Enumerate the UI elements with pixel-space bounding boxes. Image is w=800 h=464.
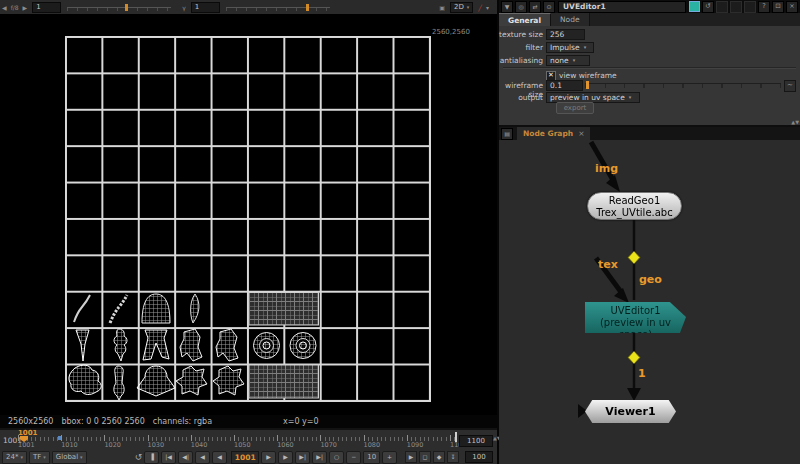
antialiasing-dropdown[interactable]: none ▾	[546, 55, 590, 66]
float-panel-icon[interactable]: ⊡	[772, 1, 784, 13]
uv-island	[69, 365, 319, 400]
texture-size-field[interactable]: 256	[546, 29, 585, 40]
ruler-tick-label: 1040	[191, 441, 208, 449]
panel-menu-icon[interactable]: ▤	[501, 128, 513, 140]
close-icon[interactable]: ×	[786, 1, 798, 13]
node-title[interactable]: UVEditor1	[558, 1, 686, 13]
wireframe-size-field[interactable]: 0.1	[546, 80, 583, 91]
gamma-slider[interactable]	[226, 3, 330, 12]
play-backward-button[interactable]: ◀	[212, 451, 227, 464]
tc-mode-value: TF	[33, 452, 41, 463]
fps-value: 24*	[6, 452, 18, 463]
output-label: output	[499, 93, 543, 102]
playback-mode-icon[interactable]: ▶	[405, 451, 417, 463]
switch-io-icon[interactable]: ⇄	[529, 1, 541, 13]
viewer-pane: ◀ f/8 ▶ 1 γ 1 ▣ 2D ▾ ╱	[0, 0, 499, 464]
fps-dropdown[interactable]: 24* ▾	[2, 451, 27, 464]
range-scope-dropdown[interactable]: Global ▾	[52, 451, 87, 464]
playback-speed-field[interactable]: 100	[465, 451, 493, 463]
next-keyframe-button[interactable]: ▶|	[295, 451, 310, 464]
gain-slider[interactable]	[67, 3, 171, 12]
node-readgeo1-file: Trex_UVtile.abc	[588, 207, 681, 219]
ruler-tick-label: 1030	[148, 441, 165, 449]
chevron-down-icon: ▾	[573, 56, 576, 65]
disabled-button-2	[730, 1, 742, 13]
step-forward-button[interactable]: ▶	[278, 451, 293, 464]
flipbook-icon[interactable]: ↧	[447, 451, 459, 463]
filter-dropdown[interactable]: Impulse ▾	[546, 42, 594, 53]
view-mode-dropdown[interactable]: 2D ▾	[450, 2, 473, 13]
help-icon[interactable]: ?	[758, 1, 770, 13]
properties-tabs: General Node	[499, 13, 800, 26]
edge-label-img: img	[595, 162, 618, 175]
export-button[interactable]: export	[556, 102, 594, 114]
center-node-icon[interactable]: ◎	[515, 1, 527, 13]
goto-end-button[interactable]: ▶|	[312, 451, 327, 464]
frame-increment-field[interactable]: 10	[363, 451, 380, 464]
node-readgeo1[interactable]: ReadGeo1 Trex_UVtile.abc	[587, 192, 682, 220]
node-graph-tab-label: Node Graph	[523, 127, 573, 140]
disabled-button-1	[716, 1, 728, 13]
info-resolution: 2560x2560	[8, 417, 53, 426]
node-uveditor1-name: UVEditor1	[585, 305, 686, 317]
node-color-swatch[interactable]	[689, 1, 700, 12]
tab-general[interactable]: General	[499, 13, 551, 26]
gain-prev-icon[interactable]: ◀	[2, 4, 7, 11]
edge-label-viewer-input: 1	[638, 367, 646, 380]
gamma-slider-thumb[interactable]	[306, 4, 309, 11]
filter-icon[interactable]: ▼	[501, 1, 513, 13]
node-uveditor1[interactable]: UVEditor1 (preview in uv space)	[585, 302, 686, 333]
tc-mode-dropdown[interactable]: TF ▾	[29, 451, 50, 464]
node-graph-panel: ▤ Node Graph ×	[499, 127, 800, 464]
revert-icon[interactable]: ↺	[702, 1, 714, 13]
record-button[interactable]: ○	[329, 451, 344, 464]
node-help-icon[interactable]: ⊙	[543, 1, 555, 13]
node-graph-tabbar: ▤ Node Graph ×	[499, 127, 800, 140]
uv-grid	[65, 36, 431, 402]
panel-scroll-arrows[interactable]: ▲▼	[791, 120, 799, 124]
slider-handle[interactable]	[586, 81, 589, 89]
chevron-down-icon: ▾	[80, 452, 83, 463]
properties-form: texture size 256 filter Impulse ▾ antial…	[499, 26, 800, 125]
tab-node-graph[interactable]: Node Graph ×	[517, 127, 590, 140]
tab-node[interactable]: Node	[551, 13, 590, 26]
range-scope-value: Global	[56, 452, 78, 463]
ruler-tick-label: 1050	[234, 441, 251, 449]
decrement-button[interactable]: −	[346, 451, 361, 464]
wireframe-size-slider[interactable]	[585, 81, 781, 91]
loop-mode-icon[interactable]: ↺	[135, 452, 143, 462]
wipe-icon[interactable]: ╱	[478, 4, 482, 11]
play-forward-button[interactable]: ▶	[261, 451, 276, 464]
properties-titlebar: ▼ ◎ ⇄ ⊙ UVEditor1 ↺ ? ⊡ ×	[499, 0, 800, 13]
close-icon[interactable]: ×	[578, 127, 584, 140]
gain-input[interactable]: 1	[32, 2, 61, 13]
viewer-layout-icon[interactable]: ▣	[439, 4, 445, 11]
node-graph-canvas[interactable]: img tex geo 1 ReadGeo1 Trex_UVtile.abc U…	[499, 140, 800, 464]
gain-slider-thumb[interactable]	[125, 4, 128, 11]
goto-start-button[interactable]: |◀	[161, 451, 176, 464]
animation-curve-icon[interactable]: ~	[784, 80, 796, 92]
viewer-canvas[interactable]: 2560,2560	[0, 14, 497, 415]
fullscreen-icon[interactable]: ◻	[419, 451, 431, 463]
increment-button[interactable]: +	[382, 451, 397, 464]
range-end-field[interactable]: 1100	[459, 435, 493, 447]
gamma-input[interactable]: 1	[191, 2, 220, 13]
step-back-button[interactable]: ◀	[195, 451, 210, 464]
prev-keyframe-button[interactable]: ◀|	[178, 451, 193, 464]
output-value: preview in uv space	[550, 93, 625, 102]
lock-range-icon[interactable]: ◆	[433, 451, 445, 463]
proxy-icon[interactable]: ▾	[486, 4, 489, 11]
timeline-ruler[interactable]: 1001 10011010102010301040105010601070108…	[18, 430, 458, 448]
ruler-tick-label: 1070	[320, 441, 337, 449]
keyframe-diamond-icon	[628, 351, 640, 364]
current-frame-field[interactable]: 1001	[231, 451, 259, 464]
gain-next-icon[interactable]: ▶	[23, 4, 28, 11]
ruler-tick-label: 1010	[61, 441, 78, 449]
nuke-window: ◀ f/8 ▶ 1 γ 1 ▣ 2D ▾ ╱	[0, 0, 800, 464]
properties-panel: ▼ ◎ ⇄ ⊙ UVEditor1 ↺ ? ⊡ × General Node t…	[499, 0, 800, 127]
antialiasing-value: none	[550, 56, 569, 65]
node-viewer1[interactable]: Viewer1	[585, 400, 676, 423]
ruler-tick-label: 1020	[104, 441, 121, 449]
gamma-label: γ	[182, 4, 186, 11]
frame-bar-button[interactable]: ▐	[144, 451, 159, 464]
